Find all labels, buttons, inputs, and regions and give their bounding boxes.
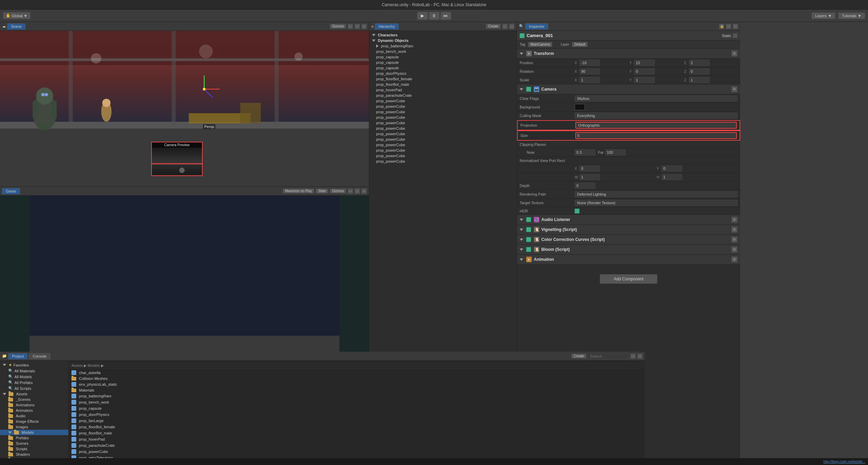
console-tab[interactable]: Console — [29, 353, 50, 359]
project-collapse-btn[interactable]: — — [630, 353, 636, 359]
gizmos-button[interactable]: Gizmos — [330, 24, 346, 29]
scenes-assets-folder[interactable]: Scenes — [0, 441, 68, 446]
inspector-lock-btn[interactable]: 🔒 — [719, 24, 724, 29]
hierarchy-item-powercube-12[interactable]: prop_powerCube — [369, 159, 517, 164]
hierarchy-item-powercube-5[interactable]: prop_powerCube — [369, 120, 517, 126]
hierarchy-maximize-btn[interactable]: □ — [509, 24, 515, 29]
model-battering-ram[interactable]: prop_batteringRam — [69, 393, 645, 399]
bloom-header[interactable]: 📜 Bloom (Script) ⚙ — [517, 245, 740, 255]
pos-x-input[interactable] — [579, 60, 600, 66]
maximize-on-play-button[interactable]: Maximize on Play — [283, 188, 314, 194]
target-texture-field[interactable]: None (Render Texture) — [575, 200, 737, 206]
hierarchy-item-floorbot-female[interactable]: prop_floorBot_female — [369, 76, 517, 82]
animation-header[interactable]: ▶ Animation ⚙ — [517, 255, 740, 265]
pos-y-input[interactable] — [634, 60, 655, 66]
fav-all-scripts[interactable]: 🔍 All Scripts — [0, 385, 68, 391]
depth-input[interactable] — [575, 183, 595, 189]
audio-settings-btn[interactable]: ⚙ — [731, 217, 737, 223]
model-char-astrella[interactable]: char_astrella — [69, 370, 645, 376]
near-input[interactable] — [575, 149, 595, 155]
hierarchy-item-powercube-4[interactable]: prop_powerCube — [369, 115, 517, 120]
game-tab[interactable]: Game — [2, 188, 20, 194]
hierarchy-item-hoverpad[interactable]: prop_hoverPad — [369, 87, 517, 93]
game-gizmos-button[interactable]: Gizmos — [330, 188, 346, 194]
hierarchy-tab[interactable]: Hierarchy — [375, 23, 398, 30]
inspector-tab[interactable]: Inspector — [525, 23, 548, 30]
vignetting-enabled-toggle[interactable] — [526, 227, 531, 232]
hierarchy-item-dynamic-objects[interactable]: Dynamic Objects — [369, 38, 517, 43]
hierarchy-item-battering-ram[interactable]: prop_batteringRam — [369, 43, 517, 49]
hierarchy-item-floorbot-male[interactable]: prop_floorBot_male — [369, 82, 517, 87]
static-checkbox[interactable] — [733, 33, 737, 38]
layer-value[interactable]: Default — [572, 42, 588, 47]
far-input[interactable] — [605, 149, 626, 155]
hierarchy-item-door-physics[interactable]: prop_doorPhysics — [369, 71, 517, 76]
models-folder[interactable]: Models — [0, 430, 68, 435]
animations-folder[interactable]: Animations — [0, 402, 68, 408]
camera-enabled-toggle[interactable] — [526, 87, 531, 92]
hierarchy-item-bench-work[interactable]: prop_bench_work — [369, 49, 517, 54]
project-search-input[interactable] — [588, 353, 629, 359]
hierarchy-item-powercube-7[interactable]: prop_powerCube — [369, 131, 517, 137]
model-door-physics[interactable]: prop_doorPhysics — [69, 411, 645, 418]
hierarchy-item-capsule-1[interactable]: prop_capsule — [369, 54, 517, 60]
fav-all-materials[interactable]: 🔍 All Materials — [0, 368, 68, 374]
model-hoverpad[interactable]: prop_hoverPad — [69, 436, 645, 442]
scale-y-input[interactable] — [634, 77, 655, 83]
model-parachute-crate[interactable]: prop_parachuteCrate — [69, 442, 645, 449]
rot-y-input[interactable] — [634, 68, 655, 74]
model-floorbot-female[interactable]: prop_floorBot_female — [69, 424, 645, 430]
culling-mask-dropdown[interactable]: Everything — [575, 113, 737, 119]
scale-x-input[interactable] — [579, 77, 600, 83]
hierarchy-collapse-btn[interactable]: — — [502, 24, 508, 29]
vp-h-input[interactable] — [662, 174, 682, 180]
vp-w-input[interactable] — [579, 174, 600, 180]
stats-button[interactable]: Stats — [316, 188, 328, 194]
model-collision-meshes[interactable]: Collision Meshes — [69, 376, 645, 381]
hierarchy-item-powercube-2[interactable]: prop_powerCube — [369, 104, 517, 109]
shaders-folder[interactable]: Shaders — [0, 452, 68, 457]
hdr-checkbox[interactable] — [575, 209, 579, 213]
inspector-maximize-btn[interactable]: □ — [733, 24, 738, 29]
inspector-collapse-btn[interactable]: — — [726, 24, 731, 29]
rot-x-input[interactable] — [579, 68, 600, 74]
tag-value[interactable]: MainCamera — [528, 42, 552, 47]
camera-component-header[interactable]: 📷 Camera ⚙ — [517, 84, 740, 94]
anim-settings-btn[interactable]: ⚙ — [731, 256, 737, 263]
hierarchy-item-powercube-11[interactable]: prop_powerCube — [369, 153, 517, 159]
vignetting-header[interactable]: 📜 Vignetting (Script) ⚙ — [517, 225, 740, 235]
hierarchy-item-capsule-2[interactable]: prop_capsule — [369, 60, 517, 65]
images-folder[interactable]: Images — [0, 424, 68, 430]
background-color-swatch[interactable] — [575, 104, 585, 110]
audio-folder[interactable]: Audio — [0, 413, 68, 419]
hierarchy-item-powercube-3[interactable]: prop_powerCube — [369, 109, 517, 115]
rot-z-input[interactable] — [689, 68, 710, 74]
hierarchy-item-powercube-9[interactable]: prop_powerCube — [369, 142, 517, 148]
game-maximize-btn[interactable]: □ — [354, 188, 360, 194]
status-url[interactable]: http://blog.csdn.net/bizbib... — [823, 460, 865, 464]
fav-all-models[interactable]: 🔍 All Models — [0, 374, 68, 380]
object-enabled-checkbox[interactable] — [520, 33, 525, 38]
global-button[interactable]: ✋ Global ▼ — [3, 12, 31, 19]
fav-all-prefabs[interactable]: 🔍 All Prefabs — [0, 380, 68, 385]
image-effects-folder[interactable]: Image Effects — [0, 419, 68, 424]
hierarchy-item-powercube-6[interactable]: prop_powerCube — [369, 126, 517, 131]
model-env-physics[interactable]: env_physicsLab_static — [69, 381, 645, 387]
tutorials-dropdown[interactable]: Tutorials ▼ — [838, 12, 865, 19]
model-powercube[interactable]: prop_powerCube — [69, 449, 645, 455]
clear-flags-dropdown[interactable]: Skybox — [575, 95, 737, 102]
rendering-path-dropdown[interactable]: Deferred Lighting — [575, 191, 737, 197]
project-create-button[interactable]: Create — [571, 353, 586, 359]
audio-enabled-toggle[interactable] — [526, 217, 531, 222]
vp-x-input[interactable] — [579, 165, 600, 172]
animators-folder[interactable]: Animators — [0, 408, 68, 413]
color-enabled-toggle[interactable] — [526, 237, 531, 242]
camera-settings-btn[interactable]: ⚙ — [731, 86, 737, 92]
play-button[interactable]: ▶ — [417, 12, 428, 20]
audio-listener-header[interactable]: 🔊 Audio Listener ⚙ — [517, 215, 740, 225]
transform-component-header[interactable]: ⊕ Transform ⚙ — [517, 49, 740, 59]
bloom-enabled-toggle[interactable] — [526, 247, 531, 252]
step-button[interactable]: ⏭ — [440, 12, 451, 20]
hierarchy-item-parachute-crate[interactable]: prop_parachuteCrate — [369, 93, 517, 98]
color-correction-header[interactable]: 📜 Color Correction Curves (Script) ⚙ — [517, 235, 740, 245]
